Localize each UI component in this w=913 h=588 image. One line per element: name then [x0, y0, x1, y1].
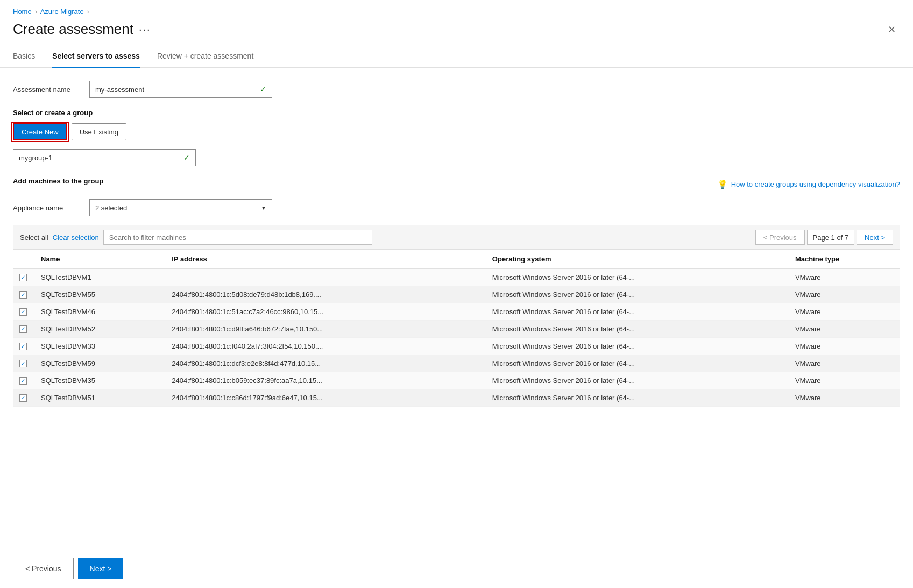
breadcrumb-sep-2: › — [87, 8, 89, 16]
machines-table: Name IP address Operating system Machine… — [13, 250, 900, 407]
group-checkmark-icon: ✓ — [183, 153, 190, 162]
appliance-dropdown[interactable]: 2 selected ▼ — [89, 199, 272, 216]
row-ip: 2404:f801:4800:1c:5d08:de79:d48b:1db8,16… — [165, 286, 486, 303]
appliance-name-label: Appliance name — [13, 204, 83, 212]
row-os: Microsoft Windows Server 2016 or later (… — [486, 355, 789, 372]
row-machine-type: VMware — [789, 303, 900, 321]
tabs-container: Basics Select servers to assess Review +… — [0, 46, 913, 68]
row-ip: 2404:f801:4800:1c:51ac:c7a2:46cc:9860,10… — [165, 303, 486, 321]
row-ip: 2404:f801:4800:1c:f040:2af7:3f04:2f54,10… — [165, 338, 486, 355]
row-machine-type: VMware — [789, 389, 900, 407]
breadcrumb-azure-migrate[interactable]: Azure Migrate — [40, 8, 84, 16]
group-name-input[interactable]: mygroup-1 ✓ — [13, 149, 196, 166]
row-ip: 2404:f801:4800:1c:b059:ec37:89fc:aa7a,10… — [165, 372, 486, 389]
col-os: Operating system — [486, 250, 789, 269]
row-checkbox[interactable]: ✓ — [13, 338, 34, 355]
row-checkbox[interactable]: ✓ — [13, 269, 34, 286]
page-header: Create assessment ··· ✕ — [0, 19, 913, 46]
row-checkbox[interactable]: ✓ — [13, 389, 34, 407]
dependency-viz-link[interactable]: 💡 How to create groups using dependency … — [717, 179, 900, 189]
col-ip: IP address — [165, 250, 486, 269]
row-checkbox[interactable]: ✓ — [13, 286, 34, 303]
tab-basics[interactable]: Basics — [13, 46, 35, 68]
assessment-name-value: my-assessment — [95, 86, 144, 94]
table-row: ✓SQLTestDBVM352404:f801:4800:1c:b059:ec3… — [13, 372, 900, 389]
appliance-row: Appliance name 2 selected ▼ — [13, 199, 900, 216]
row-machine-type: VMware — [789, 321, 900, 338]
col-checkbox — [13, 250, 34, 269]
row-os: Microsoft Windows Server 2016 or later (… — [486, 338, 789, 355]
table-row: ✓SQLTestDBVM462404:f801:4800:1c:51ac:c7a… — [13, 303, 900, 321]
row-name: SQLTestDBVM52 — [34, 321, 165, 338]
table-header-row: Name IP address Operating system Machine… — [13, 250, 900, 269]
select-group-header: Select or create a group — [13, 109, 900, 117]
search-filter-input[interactable] — [103, 230, 372, 245]
table-row: ✓SQLTestDBVM552404:f801:4800:1c:5d08:de7… — [13, 286, 900, 303]
page-title: Create assessment — [13, 21, 133, 38]
bottom-bar: < Previous Next > — [0, 549, 913, 588]
title-row: Create assessment ··· — [13, 21, 151, 38]
row-machine-type: VMware — [789, 269, 900, 286]
dropdown-arrow-icon: ▼ — [261, 205, 266, 211]
table-toolbar: Select all Clear selection < Previous Pa… — [13, 225, 900, 250]
row-checkbox[interactable]: ✓ — [13, 303, 34, 321]
table-body: ✓SQLTestDBVM1Microsoft Windows Server 20… — [13, 269, 900, 407]
row-name: SQLTestDBVM55 — [34, 286, 165, 303]
row-machine-type: VMware — [789, 355, 900, 372]
row-checkbox[interactable]: ✓ — [13, 372, 34, 389]
col-machine-type: Machine type — [789, 250, 900, 269]
row-ip — [165, 269, 486, 286]
row-os: Microsoft Windows Server 2016 or later (… — [486, 372, 789, 389]
page-info: Page 1 of 7 — [807, 230, 855, 245]
row-os: Microsoft Windows Server 2016 or later (… — [486, 389, 789, 407]
breadcrumb: Home › Azure Migrate › — [0, 0, 913, 19]
row-machine-type: VMware — [789, 372, 900, 389]
row-os: Microsoft Windows Server 2016 or later (… — [486, 269, 789, 286]
add-machines-header: Add machines to the group — [13, 177, 103, 185]
bulb-icon: 💡 — [717, 179, 728, 189]
assessment-name-label: Assessment name — [13, 86, 83, 94]
bottom-previous-button[interactable]: < Previous — [13, 558, 74, 579]
row-ip: 2404:f801:4800:1c:c86d:1797:f9ad:6e47,10… — [165, 389, 486, 407]
row-checkbox[interactable]: ✓ — [13, 355, 34, 372]
table-row: ✓SQLTestDBVM1Microsoft Windows Server 20… — [13, 269, 900, 286]
row-machine-type: VMware — [789, 338, 900, 355]
row-name: SQLTestDBVM1 — [34, 269, 165, 286]
create-new-button[interactable]: Create New — [13, 123, 67, 140]
toolbar-right: < Previous Page 1 of 7 Next > — [755, 230, 893, 245]
breadcrumb-sep-1: › — [35, 8, 37, 16]
tab-review-create[interactable]: Review + create assessment — [157, 46, 253, 68]
table-row: ✓SQLTestDBVM512404:f801:4800:1c:c86d:179… — [13, 389, 900, 407]
row-os: Microsoft Windows Server 2016 or later (… — [486, 321, 789, 338]
row-os: Microsoft Windows Server 2016 or later (… — [486, 303, 789, 321]
prev-page-button[interactable]: < Previous — [755, 230, 805, 245]
clear-selection-link[interactable]: Clear selection — [53, 233, 99, 242]
tab-select-servers[interactable]: Select servers to assess — [52, 46, 140, 68]
row-name: SQLTestDBVM51 — [34, 389, 165, 407]
menu-dots[interactable]: ··· — [139, 23, 151, 36]
row-name: SQLTestDBVM46 — [34, 303, 165, 321]
group-button-group: Create New Use Existing — [13, 123, 900, 140]
appliance-selected-value: 2 selected — [95, 204, 127, 212]
close-button[interactable]: ✕ — [883, 22, 900, 38]
breadcrumb-home[interactable]: Home — [13, 8, 32, 16]
use-existing-button[interactable]: Use Existing — [72, 123, 126, 140]
group-name-value: mygroup-1 — [19, 154, 52, 162]
page-container: Home › Azure Migrate › Create assessment… — [0, 0, 913, 588]
select-all-label[interactable]: Select all — [20, 233, 48, 242]
row-ip: 2404:f801:4800:1c:d9ff:a646:b672:7fae,10… — [165, 321, 486, 338]
add-machines-row: Add machines to the group 💡 How to creat… — [13, 177, 900, 192]
col-name: Name — [34, 250, 165, 269]
row-ip: 2404:f801:4800:1c:dcf3:e2e8:8f4d:477d,10… — [165, 355, 486, 372]
next-page-button[interactable]: Next > — [857, 230, 893, 245]
row-checkbox[interactable]: ✓ — [13, 321, 34, 338]
row-machine-type: VMware — [789, 286, 900, 303]
assessment-name-input[interactable]: my-assessment ✓ — [89, 81, 272, 98]
content-area: Assessment name my-assessment ✓ Select o… — [0, 68, 913, 549]
help-link-text: How to create groups using dependency vi… — [731, 180, 900, 188]
row-name: SQLTestDBVM33 — [34, 338, 165, 355]
table-row: ✓SQLTestDBVM592404:f801:4800:1c:dcf3:e2e… — [13, 355, 900, 372]
toolbar-left: Select all Clear selection — [20, 230, 372, 245]
bottom-next-button[interactable]: Next > — [78, 558, 124, 579]
row-name: SQLTestDBVM35 — [34, 372, 165, 389]
